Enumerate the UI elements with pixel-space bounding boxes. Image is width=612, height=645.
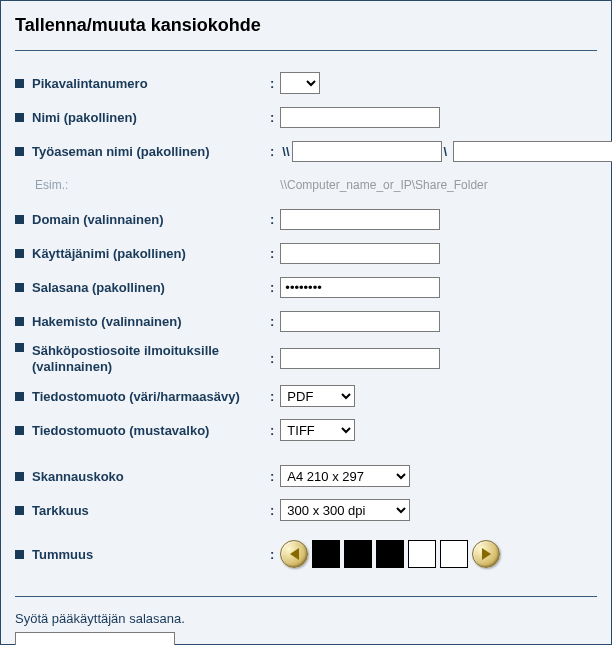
admin-password-field[interactable] xyxy=(15,632,175,645)
hostname-sep: \ xyxy=(444,144,448,159)
admin-password-label: Syötä pääkäyttäjän salasana. xyxy=(15,611,597,626)
label-username: Käyttäjänimi (pakollinen) xyxy=(32,246,186,261)
bullet-icon xyxy=(15,79,24,88)
label-domain: Domain (valinnainen) xyxy=(32,212,163,227)
row-name: Nimi (pakollinen) : xyxy=(15,105,597,129)
name-field[interactable] xyxy=(280,107,440,128)
bullet-icon xyxy=(15,506,24,515)
darkness-swatch[interactable] xyxy=(344,540,372,568)
row-example: Esim.: : \\Computer_name_or_IP\Share_Fol… xyxy=(15,173,597,197)
darkness-next-button[interactable] xyxy=(472,540,500,568)
directory-field[interactable] xyxy=(280,311,440,332)
label-darkness: Tummuus xyxy=(32,547,93,562)
darkness-swatch[interactable] xyxy=(408,540,436,568)
darkness-swatch[interactable] xyxy=(440,540,468,568)
row-fmt-mono: Tiedostomuoto (mustavalko) : TIFF xyxy=(15,418,597,442)
row-email: Sähköpostiosoite ilmoituksille (valinnai… xyxy=(15,343,597,374)
label-directory: Hakemisto (valinnainen) xyxy=(32,314,182,329)
label-hostname: Työaseman nimi (pakollinen) xyxy=(32,144,209,159)
label-fmt-color: Tiedostomuoto (väri/harmaasävy) xyxy=(32,389,240,404)
row-username: Käyttäjänimi (pakollinen) : xyxy=(15,241,597,265)
footer-divider xyxy=(15,596,597,597)
divider xyxy=(15,50,597,51)
bullet-icon xyxy=(15,343,24,352)
resolution-select[interactable]: 300 x 300 dpi xyxy=(280,499,410,521)
email-field[interactable] xyxy=(280,348,440,369)
bullet-icon xyxy=(15,283,24,292)
bullet-icon xyxy=(15,550,24,559)
label-example: Esim.: xyxy=(35,178,68,192)
arrow-left-icon xyxy=(290,548,299,560)
page-title: Tallenna/muuta kansiokohde xyxy=(15,15,597,36)
row-scan-size: Skannauskoko : A4 210 x 297 xyxy=(15,464,597,488)
label-quick-dial: Pikavalintanumero xyxy=(32,76,148,91)
row-password: Salasana (pakollinen) : xyxy=(15,275,597,299)
row-hostname: Työaseman nimi (pakollinen) : \\ \ xyxy=(15,139,597,163)
label-resolution: Tarkkuus xyxy=(32,503,89,518)
domain-field[interactable] xyxy=(280,209,440,230)
row-fmt-color: Tiedostomuoto (väri/harmaasävy) : PDF xyxy=(15,384,597,408)
label-name: Nimi (pakollinen) xyxy=(32,110,137,125)
darkness-swatch[interactable] xyxy=(312,540,340,568)
darkness-swatch[interactable] xyxy=(376,540,404,568)
label-scan-size: Skannauskoko xyxy=(32,469,124,484)
bullet-icon xyxy=(15,426,24,435)
row-quick-dial: Pikavalintanumero : xyxy=(15,71,597,95)
bullet-icon xyxy=(15,113,24,122)
password-field[interactable] xyxy=(280,277,440,298)
username-field[interactable] xyxy=(280,243,440,264)
arrow-right-icon xyxy=(482,548,491,560)
bullet-icon xyxy=(15,472,24,481)
label-password: Salasana (pakollinen) xyxy=(32,280,165,295)
bullet-icon xyxy=(15,215,24,224)
bullet-icon xyxy=(15,147,24,156)
bullet-icon xyxy=(15,249,24,258)
row-resolution: Tarkkuus : 300 x 300 dpi xyxy=(15,498,597,522)
darkness-prev-button[interactable] xyxy=(280,540,308,568)
quick-dial-select[interactable] xyxy=(280,72,320,94)
row-darkness: Tummuus : xyxy=(15,540,597,568)
hostname-prefix: \\ xyxy=(282,144,289,159)
row-directory: Hakemisto (valinnainen) : xyxy=(15,309,597,333)
bullet-icon xyxy=(15,317,24,326)
example-value: \\Computer_name_or_IP\Share_Folder xyxy=(280,178,487,192)
scan-size-select[interactable]: A4 210 x 297 xyxy=(280,465,410,487)
fmt-mono-select[interactable]: TIFF xyxy=(280,419,355,441)
label-fmt-mono: Tiedostomuoto (mustavalko) xyxy=(32,423,209,438)
settings-dialog: Tallenna/muuta kansiokohde Pikavalintanu… xyxy=(0,0,612,645)
fmt-color-select[interactable]: PDF xyxy=(280,385,355,407)
bullet-icon xyxy=(15,392,24,401)
hostname-field-b[interactable] xyxy=(453,141,612,162)
row-domain: Domain (valinnainen) : xyxy=(15,207,597,231)
hostname-field-a[interactable] xyxy=(292,141,442,162)
label-email: Sähköpostiosoite ilmoituksille (valinnai… xyxy=(32,343,270,374)
